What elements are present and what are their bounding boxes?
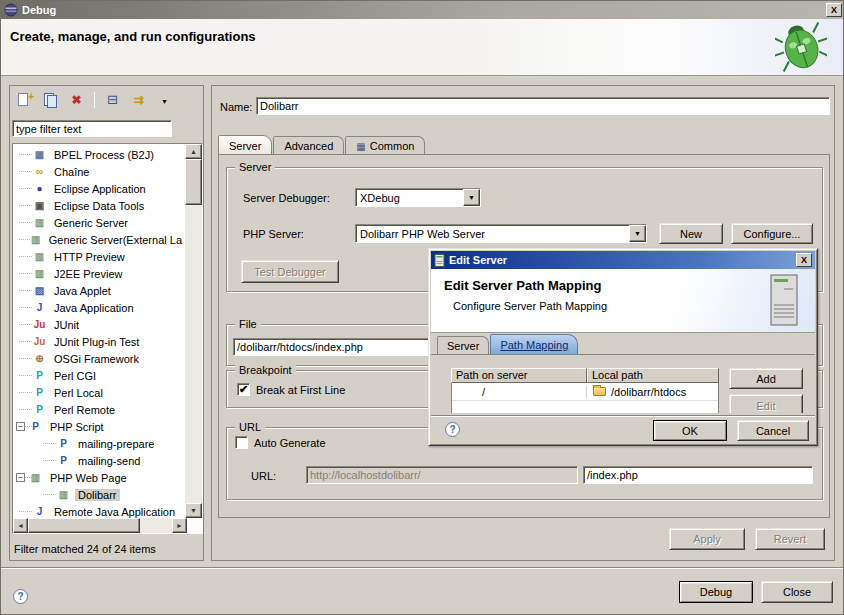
dialog-close-button[interactable]: X [796,253,812,267]
tab-server[interactable]: Server [218,135,272,155]
tree-vertical-scrollbar[interactable]: ▲ ▼ [185,144,202,518]
scroll-up-icon[interactable]: ▲ [185,144,202,159]
scroll-right-icon[interactable]: ► [172,518,187,533]
tree-item-label: Perl Local [51,387,106,399]
test-debugger-button[interactable]: Test Debugger [241,260,339,283]
tree-item-generic-server[interactable]: ▥Generic Server [13,214,185,231]
tree-horizontal-scrollbar[interactable]: ◄ ► [13,518,187,533]
auto-generate-label: Auto Generate [254,437,326,449]
php-server-label: PHP Server: [243,228,304,240]
tree-item-label: Java Application [51,302,137,314]
tree-item-bpel-process-b2j-[interactable]: ▦BPEL Process (B2J) [13,146,185,163]
window-close-button[interactable]: X [826,3,842,17]
filter-input[interactable] [12,120,172,137]
tree-item-label: Java Applet [51,285,114,297]
new-config-icon[interactable]: + [16,92,33,108]
tree-item-eclipse-data-tools[interactable]: ▣Eclipse Data Tools [13,197,185,214]
tree-item-mailing-send[interactable]: Pmailing-send [13,452,185,469]
data-tools-icon: ▣ [32,200,47,211]
help-icon[interactable]: ? [13,589,28,604]
tree-item-php-web-page[interactable]: −▥PHP Web Page [13,469,185,486]
tree-item-j2ee-preview[interactable]: ▥J2EE Preview [13,265,185,282]
java-application-icon: J [32,302,47,313]
column-header-path-on-server[interactable]: Path on server [451,368,587,383]
horizontal-scroll-thumb[interactable] [28,518,140,533]
debug-button[interactable]: Debug [679,581,753,603]
tree-item-junit-plug-in-test[interactable]: JuJUnit Plug-in Test [13,333,185,350]
tree-item-generic-server-external-la[interactable]: ▥Generic Server(External La [13,231,185,248]
tree-item-php-script[interactable]: −PPHP Script [13,418,185,435]
close-button[interactable]: Close [761,581,833,603]
tree-item-remote-java-application[interactable]: JRemote Java Application [13,503,185,518]
scroll-left-icon[interactable]: ◄ [13,518,28,533]
dialog-tab-server[interactable]: Server [437,336,489,354]
tree-item-perl-remote[interactable]: PPerl Remote [13,401,185,418]
tree-item-cha-ne[interactable]: ∞Chaîne [13,163,185,180]
config-tree: ▦BPEL Process (B2J)∞Chaîne●Eclipse Appli… [13,146,185,518]
tree-item-junit[interactable]: JuJUnit [13,316,185,333]
delete-config-icon[interactable]: ✖ [68,92,85,108]
php-server-select[interactable]: Dolibarr PHP Web Server ▼ [355,224,647,243]
table-row[interactable]: / /dolibarr/htdocs [452,383,718,401]
dialog-help-icon[interactable]: ? [445,422,460,437]
new-server-button[interactable]: New [659,223,723,244]
chevron-down-icon[interactable]: ▼ [463,189,480,206]
tree-item-perl-cgi[interactable]: PPerl CGI [13,367,185,384]
tree-item-label: PHP Script [47,421,107,433]
tree-item-label: Remote Java Application [51,506,178,518]
server-debugger-select[interactable]: XDebug ▼ [355,188,481,207]
php-script-icon: P [56,438,71,449]
auto-generate-checkbox[interactable] [235,436,248,449]
file-group-label: File [235,318,261,330]
tree-item-dolibarr[interactable]: ▥Dolibarr [13,486,185,503]
perl-icon: P [32,387,47,398]
duplicate-config-icon[interactable] [42,92,59,108]
dialog-tab-path-mapping[interactable]: Path Mapping [490,334,578,354]
vertical-scroll-thumb[interactable] [185,159,202,205]
server-icon: ▥ [32,217,47,228]
collapse-all-icon[interactable]: ⊟ [104,92,121,108]
tree-item-osgi-framework[interactable]: ⊕OSGi Framework [13,350,185,367]
tree-item-perl-local[interactable]: PPerl Local [13,384,185,401]
ok-button[interactable]: OK [653,420,727,441]
remote-java-icon: J [32,506,47,517]
column-header-local-path[interactable]: Local path [587,368,719,383]
java-applet-icon: ▨ [32,285,47,296]
configurations-tree-box: ▦BPEL Process (B2J)∞Chaîne●Eclipse Appli… [12,143,203,534]
add-mapping-button[interactable]: Add [729,368,803,389]
folder-icon [593,387,606,396]
chevron-down-icon[interactable]: ▼ [629,225,646,242]
tree-item-mailing-prepare[interactable]: Pmailing-prepare [13,435,185,452]
tree-item-label: Eclipse Application [51,183,149,195]
tab-common[interactable]: ▦Common [345,136,425,155]
collapse-expander-icon[interactable]: − [16,422,25,431]
scroll-down-icon[interactable]: ▼ [185,503,202,518]
server-icon [434,254,445,267]
name-input[interactable] [256,97,830,115]
break-first-line-checkbox[interactable]: ✔ [237,383,250,396]
collapse-expander-icon[interactable]: − [16,473,25,482]
tree-item-label: HTTP Preview [51,251,128,263]
tree-item-java-application[interactable]: JJava Application [13,299,185,316]
tree-item-label: JUnit [51,319,82,331]
php-script-icon: P [56,455,71,466]
menu-caret-icon[interactable]: ▼ [156,92,173,108]
edit-mapping-button[interactable]: Edit [729,394,803,415]
tab-advanced[interactable]: Advanced [273,136,344,155]
tree-item-java-applet[interactable]: ▨Java Applet [13,282,185,299]
osgi-icon: ⊕ [32,353,47,364]
perl-icon: P [32,404,47,415]
path-mapping-table: Path on server Local path / /dolibarr/ht… [451,368,719,415]
cancel-button[interactable]: Cancel [737,420,809,441]
server-group-label: Server [235,161,275,173]
junit-plugin-icon: Ju [32,336,47,347]
url-path-input[interactable] [583,466,813,484]
tree-item-http-preview[interactable]: ▥HTTP Preview [13,248,185,265]
tree-item-eclipse-application[interactable]: ●Eclipse Application [13,180,185,197]
configure-server-button[interactable]: Configure... [731,223,813,244]
filter-config-icon[interactable]: ⇉ [130,92,147,108]
sidebar-toolbar: + ✖ ⊟ ⇉ ▼ [10,86,203,114]
server-icon: ▥ [28,472,43,483]
revert-button[interactable]: Revert [755,528,825,550]
apply-button[interactable]: Apply [669,528,745,550]
